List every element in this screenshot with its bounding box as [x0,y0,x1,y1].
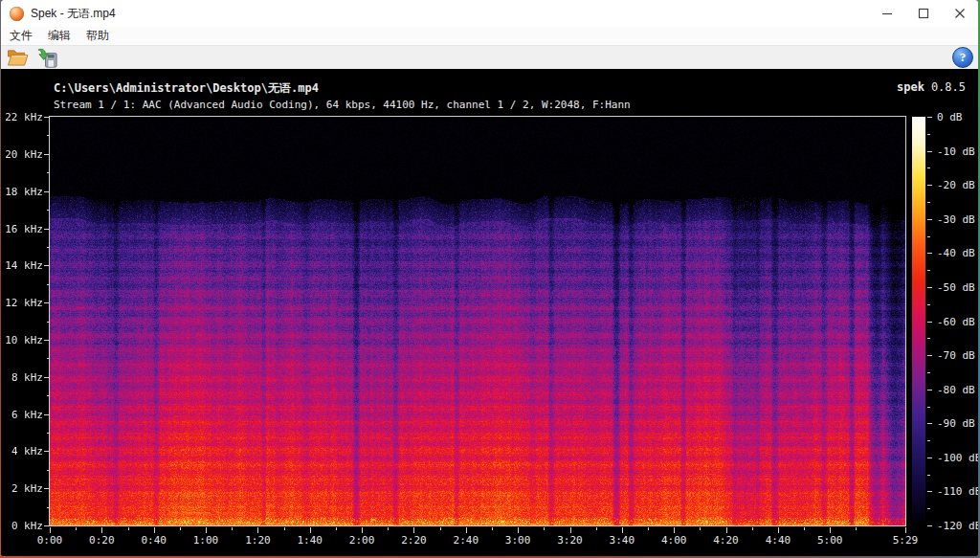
db-major-tick [927,355,932,356]
time-minor-tick [492,527,493,530]
app-window: Spek - 无语.mp4 [1,0,978,556]
app-brand: spek0.8.5 [897,80,966,94]
plot-frame [49,116,906,526]
time-major-tick [50,527,51,533]
time-minor-tick [752,527,753,530]
spectrogram-canvas [50,117,905,525]
db-minor-tick [927,304,930,305]
menu-help[interactable]: 帮助 [78,27,117,45]
freq-major-tick [44,525,50,526]
close-button[interactable] [942,0,978,27]
freq-minor-tick [47,172,50,173]
time-major-tick [726,527,727,533]
time-tick-label: 4:40 [754,534,802,547]
menu-bar: 文件 编辑 帮助 [1,27,978,46]
db-tick-label: -120 dB [937,520,978,532]
time-tick-label: 3:40 [598,534,646,547]
freq-major-tick [44,340,50,341]
help-icon: ? [952,47,973,68]
minimize-button[interactable] [869,0,905,27]
freq-major-tick [44,191,50,192]
time-minor-tick [76,527,77,530]
freq-minor-tick [47,395,50,396]
time-tick-label: 3:00 [494,534,542,547]
time-tick-label: 5:00 [806,534,854,547]
time-minor-tick [596,527,597,530]
time-tick-label: 5:29 [881,534,929,547]
db-minor-tick [927,475,930,476]
help-button[interactable]: ? [951,46,974,69]
time-major-tick [830,527,831,533]
freq-major-tick [44,265,50,266]
time-tick-label: 0:20 [78,534,125,547]
db-tick-label: -10 dB [937,145,975,158]
db-tick-label: -80 dB [937,384,975,396]
freq-minor-tick [47,322,50,323]
db-major-tick [927,491,932,492]
save-icon [36,48,58,68]
freq-tick-label: 16 kHz [1,223,43,235]
db-major-tick [927,219,932,220]
open-file-button[interactable] [4,46,31,69]
db-major-tick [927,253,932,254]
db-major-tick [927,390,932,391]
db-major-tick [927,322,932,323]
db-minor-tick [927,508,930,509]
time-minor-tick [440,527,441,530]
time-major-tick [674,527,675,533]
time-minor-tick [856,527,857,530]
db-major-tick [927,151,932,152]
db-tick-label: -70 dB [937,349,975,362]
freq-tick-label: 22 kHz [1,111,43,123]
maximize-button[interactable] [905,0,942,27]
freq-major-tick [44,451,50,452]
freq-minor-tick [47,507,50,508]
freq-minor-tick [47,433,50,434]
time-major-tick [466,527,467,533]
time-tick-label: 0:40 [130,534,178,547]
time-tick-label: 2:00 [338,534,386,547]
freq-minor-tick [47,210,50,211]
db-major-tick [927,525,932,526]
app-version: 0.8.5 [931,80,966,94]
freq-tick-label: 2 kHz [1,482,43,495]
time-minor-tick [700,527,701,530]
db-tick-label: -110 dB [937,485,978,498]
time-minor-tick [232,527,233,530]
save-button[interactable] [33,46,60,69]
time-major-tick [257,527,258,533]
db-minor-tick [927,338,930,339]
title-bar: Spek - 无语.mp4 [1,0,978,27]
window-controls [869,0,978,27]
db-minor-tick [927,134,930,135]
db-minor-tick [927,167,930,168]
time-tick-label: 1:40 [286,534,334,547]
time-tick-label: 4:00 [650,534,698,547]
time-major-tick [905,527,906,533]
freq-minor-tick [47,135,50,136]
freq-major-tick [44,154,50,155]
time-major-tick [362,527,363,533]
menu-file[interactable]: 文件 [2,27,40,45]
menu-edit[interactable]: 编辑 [40,27,78,45]
time-major-tick [101,527,102,533]
freq-tick-label: 12 kHz [1,297,43,309]
db-minor-tick [927,270,930,271]
time-minor-tick [128,527,129,530]
freq-minor-tick [47,470,50,471]
time-minor-tick [804,527,805,530]
freq-major-tick [44,117,50,118]
db-major-tick [927,185,932,186]
db-major-tick [927,287,932,288]
file-path-text: C:\Users\Administrator\Desktop\无语.mp4 [54,80,319,97]
time-major-tick [154,527,155,533]
time-major-tick [570,527,571,533]
db-tick-label: -20 dB [937,179,975,191]
time-minor-tick [388,527,389,530]
db-tick-label: -40 dB [937,247,975,259]
close-icon [954,8,966,19]
time-minor-tick [648,527,649,530]
time-minor-tick [180,527,181,530]
stream-info-text: Stream 1 / 1: AAC (Advanced Audio Coding… [54,99,631,111]
freq-major-tick [44,488,50,489]
